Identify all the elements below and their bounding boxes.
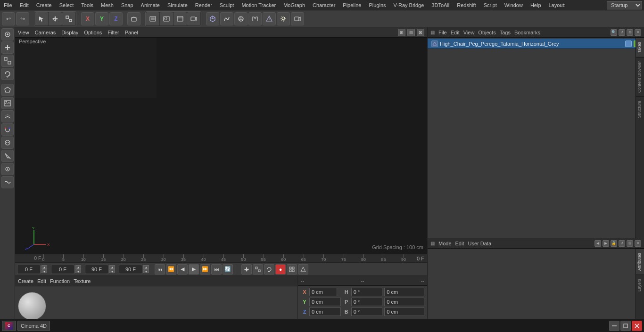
transport-grid[interactable]: [287, 264, 297, 275]
menu-render[interactable]: Render: [191, 1, 216, 9]
vp-layout[interactable]: ⊟: [407, 29, 415, 36]
material-thumbnail[interactable]: [18, 292, 46, 320]
menu-help[interactable]: Help: [527, 1, 545, 9]
transport-scale[interactable]: [253, 264, 263, 275]
menu-window[interactable]: Window: [501, 1, 527, 9]
b-rotation[interactable]: 0 °: [351, 308, 383, 316]
taskbar-minimize[interactable]: [609, 321, 619, 331]
transport-rotate[interactable]: [264, 264, 274, 275]
tab-attributes[interactable]: Attributes: [636, 249, 644, 275]
rp-search-icon[interactable]: 🔍: [611, 29, 617, 36]
transport-move[interactable]: [241, 264, 252, 275]
end-frame-up[interactable]: ▲: [109, 265, 115, 269]
sidebar-rotate[interactable]: [1, 68, 14, 80]
x-axis[interactable]: X: [81, 12, 94, 25]
vp-menu-filter[interactable]: Filter: [107, 30, 119, 35]
viewport[interactable]: View Cameras Display Options Filter Pane…: [15, 27, 427, 254]
object-tool[interactable]: [127, 12, 140, 25]
menu-create[interactable]: Create: [33, 1, 56, 9]
environment-object[interactable]: [263, 12, 276, 25]
end-frame-down[interactable]: ▼: [109, 269, 115, 273]
cube-object[interactable]: [206, 12, 219, 25]
vp-settings[interactable]: ⊠: [417, 29, 424, 36]
sidebar-scale[interactable]: [1, 55, 14, 67]
sidebar-sculpt-tool[interactable]: [1, 137, 14, 149]
menu-tools[interactable]: Tools: [77, 1, 97, 9]
menu-motion-tracker[interactable]: Motion Tracker: [238, 1, 280, 9]
select-tool[interactable]: [35, 12, 48, 25]
x-size[interactable]: 0 cm: [384, 288, 424, 296]
deformer-object[interactable]: [248, 12, 262, 25]
attr-forward-icon[interactable]: ▶: [603, 240, 609, 247]
attr-back-icon[interactable]: ◀: [594, 240, 601, 247]
light-object[interactable]: [277, 12, 290, 25]
nurbs-object[interactable]: [234, 12, 248, 25]
scale-tool[interactable]: [62, 12, 75, 25]
layout-select[interactable]: Startup Standard Animate: [607, 1, 642, 9]
h-rotation[interactable]: 0 °: [351, 288, 383, 296]
undo-button[interactable]: ↩: [2, 12, 15, 25]
transport-current-frame[interactable]: 0 F: [51, 265, 74, 274]
z-size[interactable]: 0 cm: [384, 308, 424, 316]
curve-object[interactable]: [220, 12, 233, 25]
sidebar-live-selection[interactable]: [1, 28, 14, 40]
rp-menu-edit[interactable]: Edit: [451, 30, 460, 35]
start-frame-up[interactable]: ▲: [41, 265, 47, 269]
menu-animate[interactable]: Animate: [137, 1, 164, 9]
attr-menu-userdata[interactable]: User Data: [468, 241, 492, 246]
tab-structure[interactable]: Structure: [636, 97, 644, 122]
y-axis[interactable]: Y: [95, 12, 108, 25]
sidebar-stitch[interactable]: [1, 176, 14, 188]
play[interactable]: ▶: [189, 264, 199, 275]
go-to-end[interactable]: ⏭: [211, 264, 222, 275]
vp-maximize[interactable]: ⊞: [398, 29, 405, 36]
transport-auto-key[interactable]: [298, 264, 308, 275]
start-frame-down[interactable]: ▼: [41, 269, 47, 273]
move-tool[interactable]: [49, 12, 62, 25]
taskbar-app-window[interactable]: Cinema 4D: [17, 321, 50, 331]
menu-sculpt[interactable]: Sculpt: [216, 1, 238, 9]
transport-start-frame[interactable]: 0 F: [17, 265, 41, 274]
vp-menu-display[interactable]: Display: [61, 30, 78, 35]
menu-mesh[interactable]: Mesh: [97, 1, 117, 9]
vp-menu-cameras[interactable]: Cameras: [35, 30, 56, 35]
preview-end-up[interactable]: ▲: [143, 265, 149, 269]
x-position[interactable]: 0 cm: [309, 288, 337, 296]
sidebar-move[interactable]: [1, 41, 14, 54]
tab-takes[interactable]: Takes: [636, 38, 644, 57]
render-region[interactable]: [160, 12, 173, 25]
tab-content-browser[interactable]: Content Browser: [636, 57, 644, 97]
current-frame-down[interactable]: ▼: [75, 269, 81, 273]
taskbar-cinema4d[interactable]: C: [2, 321, 16, 331]
sidebar-magnet[interactable]: [1, 123, 14, 136]
attr-menu-edit[interactable]: Edit: [455, 241, 464, 246]
taskbar-restore[interactable]: [620, 321, 631, 331]
menu-file[interactable]: File: [0, 1, 16, 9]
menu-3dtoall[interactable]: 3DToAll: [428, 1, 453, 9]
menu-snap[interactable]: Snap: [117, 1, 137, 9]
preview-end-down[interactable]: ▼: [143, 269, 149, 273]
current-frame-up[interactable]: ▲: [75, 265, 81, 269]
camera-view[interactable]: [187, 12, 200, 25]
sidebar-texture[interactable]: [1, 97, 14, 109]
next-frame[interactable]: ⏩: [200, 264, 210, 275]
menu-pipeline[interactable]: Pipeline: [339, 1, 365, 9]
p-rotation[interactable]: 0 °: [351, 298, 383, 306]
transport-end-frame[interactable]: 90 F: [85, 265, 108, 274]
rp-menu-file[interactable]: File: [438, 30, 447, 35]
vp-menu-options[interactable]: Options: [84, 30, 102, 35]
menu-simulate[interactable]: Simulate: [164, 1, 191, 9]
sidebar-knife[interactable]: [1, 150, 14, 162]
rp-settings-icon[interactable]: ⚙: [627, 29, 633, 36]
attr-expand-icon[interactable]: ⊞: [627, 240, 633, 247]
rp-refresh-icon[interactable]: ↺: [619, 29, 625, 36]
menu-plugins[interactable]: Plugins: [365, 1, 389, 9]
mat-menu-function[interactable]: Function: [50, 278, 70, 284]
camera-object[interactable]: [291, 12, 304, 25]
transport-preview-end[interactable]: 90 F: [119, 265, 142, 274]
attr-menu-mode[interactable]: Mode: [438, 241, 452, 246]
menu-redshift[interactable]: Redshift: [453, 1, 479, 9]
y-size[interactable]: 0 cm: [384, 298, 424, 306]
mat-menu-edit[interactable]: Edit: [37, 278, 46, 284]
render-view[interactable]: [173, 12, 187, 25]
